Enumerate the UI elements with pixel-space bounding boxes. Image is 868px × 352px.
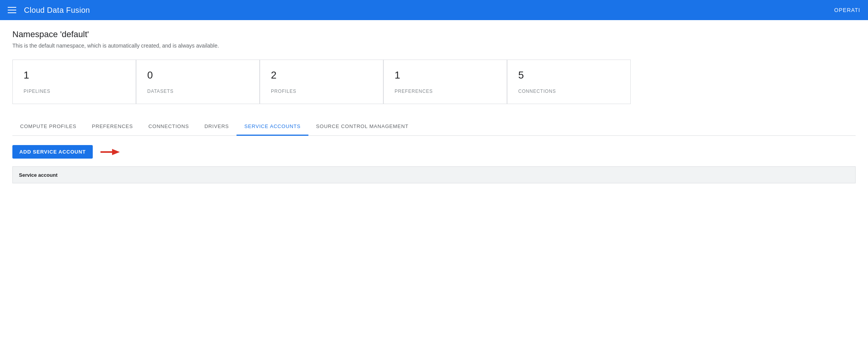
stat-card-datasets[interactable]: 0 DATASETS [136,60,260,104]
preferences-count: 1 [395,69,496,81]
tab-compute-profiles[interactable]: COMPUTE PROFILES [12,118,84,136]
table-header: Service account [12,166,856,183]
add-service-account-button[interactable]: ADD SERVICE ACCOUNT [12,145,93,159]
nav-left: Cloud Data Fusion [8,6,90,15]
datasets-label: DATASETS [147,89,174,94]
connections-count: 5 [518,69,620,81]
tab-drivers[interactable]: DRIVERS [197,118,237,136]
tab-connections[interactable]: CONNECTIONS [141,118,197,136]
tab-source-control-management[interactable]: SOURCE CONTROL MANAGEMENT [308,118,416,136]
pipelines-count: 1 [24,69,125,81]
tab-service-accounts[interactable]: SERVICE ACCOUNTS [237,118,308,136]
arrow-indicator [100,148,120,156]
app-title: Cloud Data Fusion [24,6,90,15]
page-subtitle: This is the default namespace, which is … [12,43,856,49]
stat-card-pipelines[interactable]: 1 PIPELINES [12,60,136,104]
stat-card-profiles[interactable]: 2 PROFILES [260,60,383,104]
page-title: Namespace 'default' [12,29,856,39]
tabs-row: COMPUTE PROFILES PREFERENCES CONNECTIONS… [12,118,856,136]
service-account-column-header: Service account [19,172,58,178]
preferences-label: PREFERENCES [395,89,433,94]
action-row: ADD SERVICE ACCOUNT [12,145,856,159]
stats-cards-row: 1 PIPELINES 0 DATASETS 2 PROFILES 1 PREF… [12,60,856,104]
stat-card-connections[interactable]: 5 CONNECTIONS [507,60,631,104]
hamburger-menu-icon[interactable] [8,7,16,13]
svg-marker-0 [112,149,120,155]
stat-card-preferences[interactable]: 1 PREFERENCES [383,60,507,104]
profiles-label: PROFILES [271,89,296,94]
tab-preferences[interactable]: PREFERENCES [84,118,141,136]
top-nav: Cloud Data Fusion OPERATI [0,0,868,20]
svg-rect-1 [100,151,112,153]
connections-label: CONNECTIONS [518,89,556,94]
pipelines-label: PIPELINES [24,89,50,94]
nav-right-text: OPERATI [834,7,860,13]
arrow-left-icon [100,148,120,156]
profiles-count: 2 [271,69,372,81]
main-content: Namespace 'default' This is the default … [0,20,868,352]
datasets-count: 0 [147,69,248,81]
